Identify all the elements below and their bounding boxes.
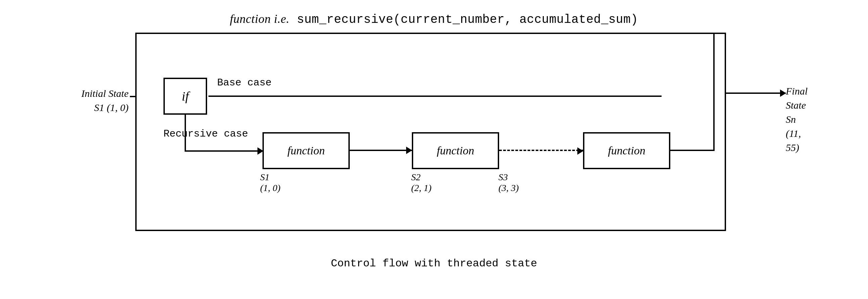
function-box-3: function (583, 132, 670, 169)
bottom-caption: Control flow with threaded state (331, 257, 537, 270)
function-box-1: function (262, 132, 350, 169)
top-function-label: function i.e. sum_recursive(current_numb… (230, 12, 638, 27)
s1-name: S1 (260, 172, 270, 182)
function-box-2: function (412, 132, 499, 169)
recursive-case-label: Recursive case (163, 128, 248, 140)
final-state-label: Final State Sn (11, 55) (786, 84, 808, 155)
arrow-f1-f2 (350, 150, 412, 151)
initial-state-line1: Initial State (65, 86, 129, 101)
initial-state-label: Initial State S1 (1, 0) (65, 86, 129, 115)
base-case-arrow (209, 96, 661, 97)
diagram-container: function i.e. sum_recursive(current_numb… (31, 12, 837, 288)
state-s2-label: S2 (411, 172, 421, 183)
function-label-3: function (608, 144, 645, 157)
s1-val: (1, 0) (260, 183, 281, 193)
state-s2-value: (2, 1) (411, 183, 432, 193)
if-box: if (163, 78, 207, 115)
final-state-line1: Final State (786, 84, 808, 112)
function-label-1: function (287, 144, 324, 157)
if-right-arrow (186, 150, 263, 152)
top-label-italic: function i.e. (230, 12, 289, 26)
state-s1-label: S1 (260, 172, 270, 183)
state-s1-value: (1, 0) (260, 183, 281, 193)
right-vertical-top (713, 34, 715, 97)
arrow-f3-right (670, 150, 715, 151)
state-s3-label: S3 (498, 172, 508, 183)
top-label-mono: sum_recursive(current_number, accumulate… (289, 13, 638, 27)
base-case-label: Base case (217, 77, 272, 88)
arrow-f2-f3-dashed (499, 150, 583, 151)
right-vertical-bottom (713, 97, 715, 151)
initial-state-line2: S1 (1, 0) (65, 101, 129, 115)
if-down-arrow (185, 115, 186, 152)
s3-val: (3, 3) (498, 183, 519, 193)
function-label-2: function (437, 144, 474, 157)
s3-name: S3 (498, 172, 508, 182)
outer-box: if Base case Recursive case function (135, 33, 726, 231)
final-arrow (725, 92, 786, 94)
if-label: if (182, 89, 189, 104)
s2-name: S2 (411, 172, 421, 182)
final-state-line2: Sn (11, 55) (786, 112, 808, 155)
main-diagram-area: Initial State S1 (1, 0) if Base case Rec… (65, 33, 803, 248)
s2-val: (2, 1) (411, 183, 432, 193)
state-s3-value: (3, 3) (498, 183, 519, 193)
